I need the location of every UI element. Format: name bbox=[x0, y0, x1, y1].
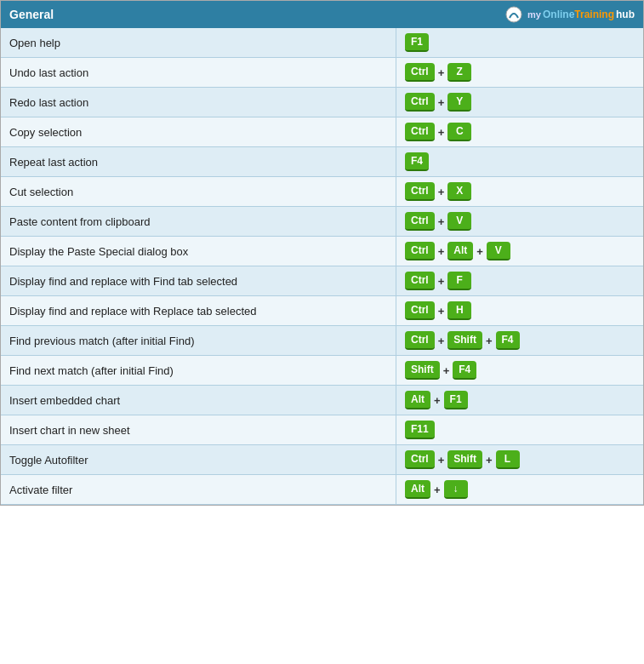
key-badge: Ctrl bbox=[405, 212, 435, 231]
table-row: Activate filterAlt+↓ bbox=[1, 475, 643, 505]
table-row: Undo last actionCtrl+Z bbox=[1, 58, 643, 88]
key-badge: Ctrl bbox=[405, 242, 435, 260]
shortcut-cell: Shift+F4 bbox=[396, 356, 643, 385]
table-row: Display the Paste Special dialog boxCtrl… bbox=[1, 237, 643, 266]
key-badge: Y bbox=[447, 93, 471, 112]
plus-sign: + bbox=[438, 305, 445, 318]
plus-sign: + bbox=[476, 245, 483, 258]
table-row: Redo last actionCtrl+Y bbox=[1, 88, 643, 117]
table-row: Toggle AutofilterCtrl+Shift+L bbox=[1, 445, 643, 475]
key-badge: ↓ bbox=[444, 480, 468, 499]
plus-sign: + bbox=[438, 126, 445, 139]
plus-sign: + bbox=[438, 275, 445, 288]
key-badge: F11 bbox=[405, 421, 435, 439]
action-cell: Undo last action bbox=[1, 58, 396, 87]
plus-sign: + bbox=[434, 394, 441, 407]
action-cell: Repeat last action bbox=[1, 147, 396, 176]
action-cell: Insert chart in new sheet bbox=[1, 415, 396, 444]
shortcut-cell: F1 bbox=[396, 28, 643, 57]
table-row: Repeat last actionF4 bbox=[1, 147, 643, 177]
key-badge: F1 bbox=[444, 391, 468, 409]
key-badge: Shift bbox=[447, 450, 482, 469]
action-cell: Display find and replace with Find tab s… bbox=[1, 266, 396, 295]
shortcut-cell: Ctrl+Y bbox=[396, 88, 643, 117]
table-row: Insert chart in new sheetF11 bbox=[1, 415, 643, 445]
logo-my-text: my bbox=[527, 9, 541, 20]
key-badge: F1 bbox=[405, 33, 429, 52]
key-badge: H bbox=[447, 301, 471, 320]
key-badge: V bbox=[447, 212, 471, 231]
plus-sign: + bbox=[486, 335, 493, 347]
shortcut-cell: Alt+↓ bbox=[396, 475, 643, 504]
logo-hub-text: hub bbox=[616, 9, 635, 20]
key-badge: F4 bbox=[496, 331, 520, 350]
plus-sign: + bbox=[438, 454, 445, 467]
key-badge: Shift bbox=[405, 361, 440, 380]
table-title: General bbox=[9, 8, 54, 21]
key-badge: F4 bbox=[405, 152, 429, 171]
shortcut-cell: Ctrl+Z bbox=[396, 58, 643, 87]
table-row: Find next match (after initial Find)Shif… bbox=[1, 356, 643, 386]
action-cell: Find previous match (after initial Find) bbox=[1, 326, 396, 355]
key-badge: Shift bbox=[447, 331, 482, 350]
key-badge: V bbox=[487, 242, 510, 260]
key-badge: C bbox=[447, 123, 471, 141]
plus-sign: + bbox=[438, 66, 445, 79]
action-cell: Find next match (after initial Find) bbox=[1, 356, 396, 385]
key-badge: Ctrl bbox=[405, 93, 435, 112]
logo: my OnlineTraining hub bbox=[505, 6, 635, 23]
shortcut-cell: Ctrl+F bbox=[396, 266, 643, 295]
key-badge: Alt bbox=[447, 242, 473, 260]
key-badge: Alt bbox=[405, 391, 430, 409]
key-badge: Ctrl bbox=[405, 182, 435, 201]
key-badge: Ctrl bbox=[405, 331, 435, 350]
plus-sign: + bbox=[438, 215, 445, 228]
key-badge: L bbox=[496, 450, 520, 469]
table-row: Insert embedded chartAlt+F1 bbox=[1, 386, 643, 415]
table-row: Paste content from clipboardCtrl+V bbox=[1, 207, 643, 237]
action-cell: Copy selection bbox=[1, 117, 396, 146]
action-cell: Toggle Autofilter bbox=[1, 445, 396, 474]
logo-main-text: OnlineTraining bbox=[543, 9, 614, 20]
table-row: Cut selectionCtrl+X bbox=[1, 177, 643, 207]
shortcut-cell: Ctrl+Shift+F4 bbox=[396, 326, 643, 355]
shortcut-cell: Ctrl+Alt+V bbox=[396, 237, 643, 266]
shortcut-cell: Alt+F1 bbox=[396, 386, 643, 415]
table-header: General my OnlineTraining hub bbox=[1, 1, 643, 28]
action-cell: Cut selection bbox=[1, 177, 396, 206]
shortcut-table: General my OnlineTraining hub Open helpF… bbox=[0, 0, 644, 506]
key-badge: Ctrl bbox=[405, 301, 435, 320]
action-cell: Redo last action bbox=[1, 88, 396, 117]
logo-icon bbox=[505, 6, 522, 23]
key-badge: Ctrl bbox=[405, 450, 435, 469]
key-badge: Z bbox=[447, 63, 471, 82]
key-badge: F bbox=[447, 272, 471, 290]
key-badge: Ctrl bbox=[405, 123, 435, 141]
table-row: Display find and replace with Find tab s… bbox=[1, 266, 643, 296]
shortcut-cell: F4 bbox=[396, 147, 643, 176]
key-badge: X bbox=[447, 182, 471, 201]
action-cell: Open help bbox=[1, 28, 396, 57]
plus-sign: + bbox=[438, 245, 445, 258]
shortcut-cell: Ctrl+V bbox=[396, 207, 643, 236]
action-cell: Display the Paste Special dialog box bbox=[1, 237, 396, 266]
shortcut-cell: F11 bbox=[396, 415, 643, 444]
key-badge: Ctrl bbox=[405, 63, 435, 82]
shortcut-cell: Ctrl+Shift+L bbox=[396, 445, 643, 474]
plus-sign: + bbox=[486, 454, 493, 467]
rows-container: Open helpF1Undo last actionCtrl+ZRedo la… bbox=[1, 28, 643, 505]
table-row: Open helpF1 bbox=[1, 28, 643, 58]
action-cell: Display find and replace with Replace ta… bbox=[1, 296, 396, 325]
shortcut-cell: Ctrl+C bbox=[396, 117, 643, 146]
action-cell: Activate filter bbox=[1, 475, 396, 504]
key-badge: Alt bbox=[405, 480, 430, 499]
plus-sign: + bbox=[438, 96, 445, 109]
action-cell: Paste content from clipboard bbox=[1, 207, 396, 236]
shortcut-cell: Ctrl+H bbox=[396, 296, 643, 325]
table-row: Copy selectionCtrl+C bbox=[1, 117, 643, 147]
plus-sign: + bbox=[443, 364, 450, 377]
plus-sign: + bbox=[434, 484, 441, 496]
table-row: Find previous match (after initial Find)… bbox=[1, 326, 643, 356]
plus-sign: + bbox=[438, 335, 445, 347]
key-badge: Ctrl bbox=[405, 272, 435, 290]
